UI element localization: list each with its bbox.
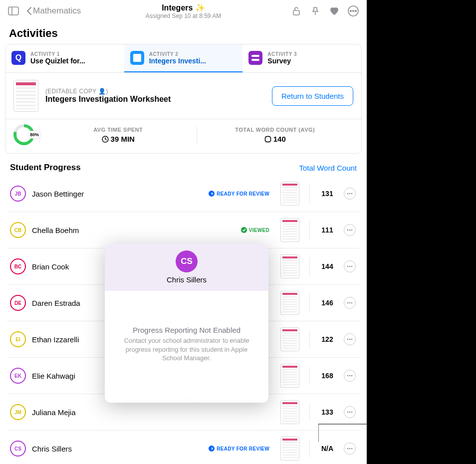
heart-icon[interactable] <box>326 2 343 19</box>
back-label: Mathematics <box>33 6 81 16</box>
svg-point-21 <box>349 302 351 304</box>
svg-point-12 <box>351 193 353 195</box>
svg-point-6 <box>353 10 354 12</box>
svg-point-24 <box>349 339 351 340</box>
word-count-value: 144 <box>320 262 335 270</box>
svg-point-18 <box>349 266 351 267</box>
svg-point-10 <box>347 193 349 195</box>
svg-point-35 <box>351 448 353 450</box>
survey-icon <box>248 51 262 65</box>
svg-point-15 <box>349 230 351 231</box>
back-button[interactable]: Mathematics <box>26 6 81 16</box>
student-name: Juliana Mejia <box>32 408 269 417</box>
worksheet-thumbnail[interactable] <box>13 80 38 112</box>
submission-thumbnail[interactable] <box>280 254 299 278</box>
svg-point-23 <box>347 339 349 340</box>
student-progress-heading: Student Progress <box>10 163 81 173</box>
word-count-value: 133 <box>320 408 335 416</box>
svg-point-25 <box>351 339 353 340</box>
row-more-icon[interactable] <box>344 297 356 309</box>
svg-point-14 <box>347 230 349 231</box>
row-more-icon[interactable] <box>344 224 356 236</box>
student-avatar: JM <box>10 404 26 420</box>
status-ready-for-review: READY FOR REVIEW <box>209 191 269 197</box>
svg-point-26 <box>347 375 349 377</box>
activities-heading: Activities <box>9 27 358 40</box>
svg-point-17 <box>347 266 349 267</box>
word-count-value: 122 <box>320 335 335 343</box>
word-count-value: 146 <box>320 299 335 307</box>
student-avatar: CS <box>10 441 26 457</box>
submission-thumbnail[interactable] <box>280 364 299 388</box>
svg-point-28 <box>351 375 353 377</box>
svg-point-5 <box>350 10 352 12</box>
svg-point-11 <box>349 193 351 195</box>
svg-point-31 <box>351 412 353 413</box>
total-word-count-link[interactable]: Total Word Count <box>299 164 357 172</box>
clock-icon <box>102 136 109 143</box>
student-avatar: EK <box>10 368 26 384</box>
more-icon[interactable] <box>345 2 362 19</box>
svg-point-20 <box>347 302 349 304</box>
word-count-value: N/A <box>320 445 335 453</box>
popover-avatar: CS <box>176 250 198 272</box>
status-viewed: VIEWED <box>241 227 269 233</box>
avg-time-label: AVG TIME SPENT <box>40 127 197 133</box>
popover-body: Contact your school administrator to ena… <box>118 336 255 363</box>
student-avatar: DE <box>10 295 26 311</box>
svg-point-22 <box>351 302 353 304</box>
word-count-label: TOTAL WORD COUNT (AVG) <box>197 127 354 133</box>
pin-icon[interactable] <box>307 2 324 19</box>
row-more-icon[interactable] <box>344 443 356 455</box>
student-avatar: JB <box>10 186 26 202</box>
row-more-icon[interactable] <box>344 406 356 418</box>
return-to-students-button[interactable]: Return to Students <box>272 86 353 106</box>
student-row[interactable]: JBJason Bettinger READY FOR REVIEW131 <box>7 176 360 212</box>
svg-point-34 <box>349 448 351 450</box>
student-avatar: CB <box>10 222 26 238</box>
row-more-icon[interactable] <box>344 260 356 272</box>
editable-copy-label: (EDITABLE COPY 👤) <box>45 88 265 95</box>
word-count-value: 111 <box>320 226 335 234</box>
svg-point-19 <box>351 266 353 267</box>
row-more-icon[interactable] <box>344 333 356 345</box>
document-icon <box>130 51 144 65</box>
row-more-icon[interactable] <box>344 188 356 200</box>
submission-thumbnail[interactable] <box>280 327 299 351</box>
assigned-subtitle: Assigned Sep 10 at 8:59 AM <box>119 12 248 19</box>
student-avatar: EI <box>10 331 26 347</box>
svg-rect-0 <box>8 7 18 15</box>
submission-thumbnail[interactable] <box>280 218 299 242</box>
tab-activity-2[interactable]: ACTIVITY 2Integers Investi... <box>124 44 243 72</box>
svg-rect-2 <box>293 10 299 15</box>
svg-point-27 <box>349 375 351 377</box>
svg-point-33 <box>347 448 349 450</box>
submission-thumbnail[interactable] <box>280 291 299 315</box>
submission-thumbnail[interactable] <box>280 182 299 206</box>
tab-activity-3[interactable]: ACTIVITY 3Survey <box>242 44 361 72</box>
student-name: Chella Boehm <box>32 226 235 234</box>
student-row[interactable]: CSChris Sillers READY FOR REVIEWN/A <box>7 431 360 464</box>
student-name: Chris Sillers <box>32 445 203 453</box>
student-detail-popover: CS Chris Sillers Progress Reporting Not … <box>105 243 268 403</box>
word-count-value: 131 <box>320 190 335 198</box>
tab-activity-1[interactable]: ACTIVITY 1Use Quizlet for... <box>5 44 124 72</box>
completion-ring: 80% <box>13 124 34 145</box>
row-more-icon[interactable] <box>344 370 356 382</box>
sidebar-icon[interactable] <box>5 2 22 19</box>
popover-heading: Progress Reporting Not Enabled <box>118 326 255 334</box>
student-name: Jason Bettinger <box>32 190 203 198</box>
quizlet-icon <box>11 51 25 65</box>
lock-icon[interactable] <box>288 2 305 19</box>
status-ready-for-review: READY FOR REVIEW <box>209 446 269 452</box>
activity-title: Integers Investigation Worksheet <box>45 95 265 104</box>
svg-point-30 <box>349 412 351 413</box>
student-avatar: BC <box>10 258 26 274</box>
popover-student-name: Chris Sillers <box>105 275 268 284</box>
submission-thumbnail[interactable] <box>280 437 299 461</box>
svg-point-29 <box>347 412 349 413</box>
svg-point-7 <box>355 10 357 12</box>
submission-thumbnail[interactable] <box>280 400 299 424</box>
page-title: Integers ✨ <box>119 3 248 12</box>
word-count-value: 168 <box>320 372 335 380</box>
